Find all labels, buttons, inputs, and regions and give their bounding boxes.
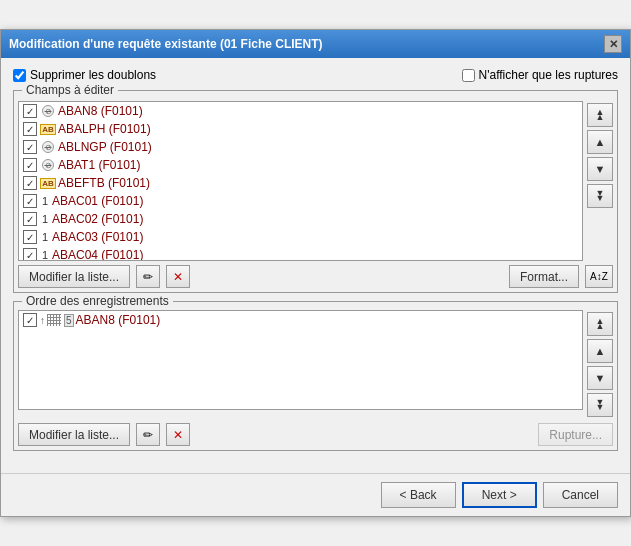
suppress-duplicates-checkbox[interactable] — [13, 69, 26, 82]
records-bottom-buttons: Modifier la liste... ✏ ✕ Rupture... — [14, 423, 617, 450]
show-breaks-option[interactable]: N'afficher que les ruptures — [462, 68, 618, 82]
fields-section-area: ⊘ABAN8 (F0101)ABABALPH (F0101)⊘ABLNGP (F… — [14, 97, 617, 265]
list-item[interactable]: ABABALPH (F0101) — [19, 120, 582, 138]
fields-delete-button[interactable]: ✕ — [166, 265, 190, 288]
records-list[interactable]: ↑5ABAN8 (F0101) — [18, 310, 583, 410]
records-group: Ordre des enregistrements ↑5ABAN8 (F0101… — [13, 301, 618, 451]
back-button[interactable]: < Back — [381, 482, 456, 508]
list-item[interactable]: ABABEFTB (F0101) — [19, 174, 582, 192]
fields-abc-button[interactable]: A↕Z — [585, 265, 613, 288]
delete-icon: ✕ — [173, 270, 183, 284]
list-item[interactable]: 1ABAC04 (F0101) — [19, 246, 582, 261]
records-modify-list-button[interactable]: Modifier la liste... — [18, 423, 130, 446]
close-button[interactable]: ✕ — [604, 35, 622, 53]
next-button[interactable]: Next > — [462, 482, 537, 508]
delete-icon-2: ✕ — [173, 428, 183, 442]
records-delete-button[interactable]: ✕ — [166, 423, 190, 446]
list-item[interactable]: ⊘ABAT1 (F0101) — [19, 156, 582, 174]
fields-edit-button[interactable]: ✏ — [136, 265, 160, 288]
title-bar: Modification d'une requête existante (01… — [1, 30, 630, 58]
records-down-bottom-button[interactable]: ▼▼ — [587, 393, 613, 417]
main-window: Modification d'une requête existante (01… — [0, 29, 631, 517]
show-breaks-checkbox[interactable] — [462, 69, 475, 82]
records-edit-button[interactable]: ✏ — [136, 423, 160, 446]
fields-down-bottom-button[interactable]: ▼▼ — [587, 184, 613, 208]
fields-up-top-button[interactable]: ▲▲ — [587, 103, 613, 127]
fields-side-buttons: ▲▲ ▲ ▼ ▼▼ — [587, 101, 613, 261]
list-item[interactable]: ↑5ABAN8 (F0101) — [19, 311, 582, 329]
records-side-buttons: ▲▲ ▲ ▼ ▼▼ — [587, 310, 613, 419]
sort-az-icon: A↕Z — [590, 271, 608, 282]
fields-group-title: Champs à éditer — [22, 83, 118, 97]
records-section-area: ↑5ABAN8 (F0101) ▲▲ ▲ ▼ ▼▼ — [14, 308, 617, 423]
list-item[interactable]: ⊘ABLNGP (F0101) — [19, 138, 582, 156]
fields-format-button[interactable]: Format... — [509, 265, 579, 288]
fields-list[interactable]: ⊘ABAN8 (F0101)ABABALPH (F0101)⊘ABLNGP (F… — [18, 101, 583, 261]
list-item[interactable]: 1ABAC01 (F0101) — [19, 192, 582, 210]
fields-up-button[interactable]: ▲ — [587, 130, 613, 154]
records-group-title: Ordre des enregistrements — [22, 294, 173, 308]
fields-bottom-buttons: Modifier la liste... ✏ ✕ Format... A↕Z — [14, 265, 617, 292]
cancel-button[interactable]: Cancel — [543, 482, 618, 508]
list-item[interactable]: 1ABAC02 (F0101) — [19, 210, 582, 228]
top-options: Supprimer les doublons N'afficher que le… — [13, 68, 618, 82]
pencil-icon: ✏ — [143, 270, 153, 284]
window-title: Modification d'une requête existante (01… — [9, 37, 323, 51]
fields-modify-list-button[interactable]: Modifier la liste... — [18, 265, 130, 288]
list-item[interactable]: ⊘ABAN8 (F0101) — [19, 102, 582, 120]
records-up-top-button[interactable]: ▲▲ — [587, 312, 613, 336]
records-rupture-button[interactable]: Rupture... — [538, 423, 613, 446]
suppress-duplicates-option[interactable]: Supprimer les doublons — [13, 68, 156, 82]
footer: < Back Next > Cancel — [1, 473, 630, 516]
fields-group: Champs à éditer ⊘ABAN8 (F0101)ABABALPH (… — [13, 90, 618, 293]
records-up-button[interactable]: ▲ — [587, 339, 613, 363]
list-item[interactable]: 1ABAC03 (F0101) — [19, 228, 582, 246]
pencil-icon-2: ✏ — [143, 428, 153, 442]
fields-down-button[interactable]: ▼ — [587, 157, 613, 181]
records-down-button[interactable]: ▼ — [587, 366, 613, 390]
